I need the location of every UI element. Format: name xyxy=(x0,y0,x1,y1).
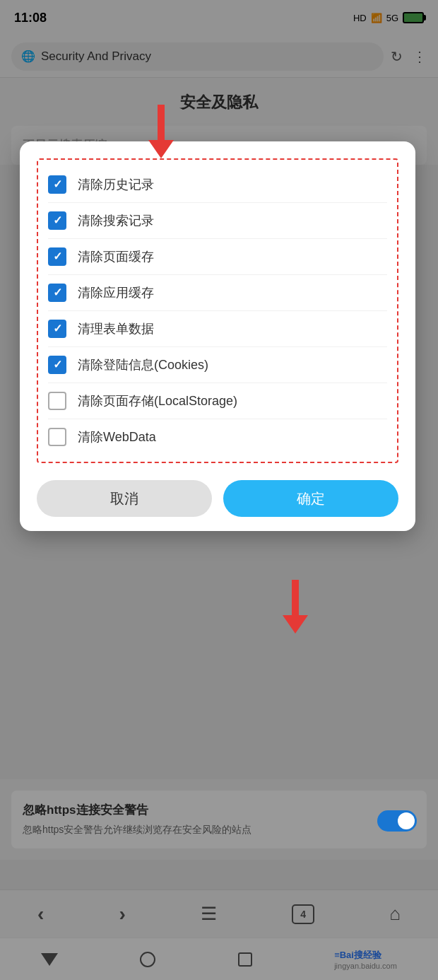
arrow-indicator-2 xyxy=(283,580,308,634)
clear-data-dialog: ✓ 清除历史记录 ✓ 清除搜索记录 ✓ 清除页面缓存 ✓ 清除应用缓存 ✓ xyxy=(20,141,415,531)
checkbox-label-7: 清除页面存储(LocalStorage) xyxy=(78,392,237,409)
checkmark-4: ✓ xyxy=(53,287,62,298)
checkbox-label-1: 清除历史记录 xyxy=(78,176,154,193)
checkmark-3: ✓ xyxy=(53,251,62,262)
arrow-shaft-2 xyxy=(292,580,299,615)
checkbox-app-cache[interactable]: ✓ xyxy=(48,284,66,302)
checkbox-label-8: 清除WebData xyxy=(78,428,156,445)
checkmark-1: ✓ xyxy=(53,179,62,190)
arrow-head-2 xyxy=(283,615,308,634)
checkbox-label-6: 清除登陆信息(Cookies) xyxy=(78,356,208,373)
confirm-button[interactable]: 确定 xyxy=(223,480,398,517)
cancel-button[interactable]: 取消 xyxy=(37,480,212,517)
arrow-shaft-1 xyxy=(158,105,165,140)
checkbox-item-4: ✓ 清除应用缓存 xyxy=(48,275,387,311)
checkbox-label-3: 清除页面缓存 xyxy=(78,248,154,265)
arrow-head-1 xyxy=(148,140,174,158)
checkbox-item-3: ✓ 清除页面缓存 xyxy=(48,239,387,275)
checkbox-item-7: 清除页面存储(LocalStorage) xyxy=(48,383,387,419)
checkbox-form-data[interactable]: ✓ xyxy=(48,320,66,338)
checkbox-label-2: 清除搜索记录 xyxy=(78,212,154,229)
checkbox-area: ✓ 清除历史记录 ✓ 清除搜索记录 ✓ 清除页面缓存 ✓ 清除应用缓存 ✓ xyxy=(37,158,398,463)
checkmark-6: ✓ xyxy=(53,359,62,371)
checkbox-item-1: ✓ 清除历史记录 xyxy=(48,167,387,203)
checkbox-label-5: 清理表单数据 xyxy=(78,320,154,337)
checkbox-item-6: ✓ 清除登陆信息(Cookies) xyxy=(48,347,387,383)
checkbox-item-8: 清除WebData xyxy=(48,419,387,455)
checkbox-localstorage[interactable] xyxy=(48,392,66,410)
arrow-indicator-1 xyxy=(148,105,174,158)
checkbox-item-5: ✓ 清理表单数据 xyxy=(48,311,387,347)
dialog-buttons: 取消 确定 xyxy=(37,480,398,517)
checkbox-label-4: 清除应用缓存 xyxy=(78,284,154,301)
checkbox-search[interactable]: ✓ xyxy=(48,211,66,230)
checkbox-history[interactable]: ✓ xyxy=(48,175,66,194)
checkmark-5: ✓ xyxy=(53,323,62,334)
checkbox-cookies[interactable]: ✓ xyxy=(48,356,66,374)
checkbox-item-2: ✓ 清除搜索记录 xyxy=(48,203,387,239)
https-toggle[interactable] xyxy=(377,810,417,832)
checkbox-webdata[interactable] xyxy=(48,428,66,446)
toggle-knob xyxy=(398,812,415,829)
checkmark-2: ✓ xyxy=(53,215,62,226)
checkbox-page-cache[interactable]: ✓ xyxy=(48,247,66,266)
